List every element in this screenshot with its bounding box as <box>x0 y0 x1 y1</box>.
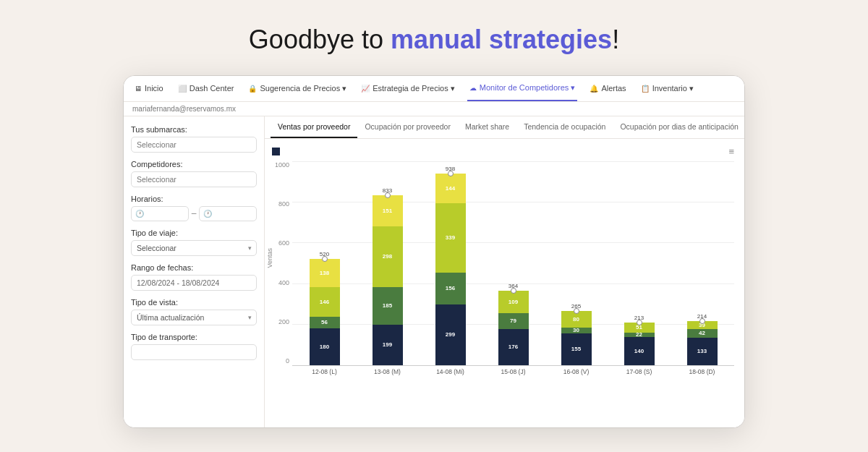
bar-dot-2 <box>448 171 454 176</box>
time-dash: – <box>192 208 197 218</box>
tipo-vista-select[interactable]: Última actualización <box>131 310 257 325</box>
bar-seg-4-0: 155 <box>561 333 592 365</box>
bar-dot-5 <box>637 320 642 325</box>
title-after: ! <box>612 25 619 54</box>
submarcas-input[interactable] <box>131 137 257 153</box>
nav-sugerencia-label: Sugerencia de Precios ▾ <box>260 84 346 93</box>
rango-fechas-label: Rango de fechas: <box>131 263 257 272</box>
chart-body: 5201805614613883319918529815193829915633… <box>292 161 734 378</box>
tab-ventas-proveedor[interactable]: Ventas por proveedor <box>271 116 357 138</box>
cloud-icon: ☁ <box>469 84 477 92</box>
tipo-viaje-label: Tipo de viaje: <box>131 229 257 237</box>
bar-group-3: 36417679109 <box>484 161 542 365</box>
nav-estrategia-label: Estrategia de Precios ▾ <box>373 84 455 93</box>
bars-container: 5201805614613883319918529815193829915633… <box>292 161 734 365</box>
hamburger-icon[interactable]: ≡ <box>728 146 734 157</box>
x-label-0: 12-08 (L) <box>295 368 354 375</box>
tab-ocupacion-proveedor[interactable]: Ocupación por proveedor <box>357 116 458 138</box>
bar-group-2: 938299156339144 <box>421 161 480 365</box>
bar-group-4: 2651553080 <box>547 161 605 365</box>
tab-ocupacion-dias[interactable]: Ocupación por dias de anticipación <box>613 116 744 138</box>
app-window: 🖥 Inicio ⬜ Dash Center 🔒 Sugerencia de P… <box>123 75 745 428</box>
bar-seg-1-3: 151 <box>373 195 403 226</box>
bar-stack-4: 1553080 <box>561 311 592 365</box>
nav-inventario-label: Inventario ▾ <box>652 84 694 93</box>
bar-group-1: 833199185298151 <box>358 161 417 365</box>
bar-dot-6 <box>699 318 705 324</box>
monitor-icon: 🖥 <box>135 85 142 93</box>
nav-inicio[interactable]: 🖥 Inicio <box>132 84 166 93</box>
hero-title: Goodbye to manual strategies! <box>249 25 619 55</box>
clipboard-icon: 📋 <box>641 85 650 93</box>
nav-inicio-label: Inicio <box>145 84 163 93</box>
title-before: Goodbye to <box>249 25 391 54</box>
nav-dash-center-label: Dash Center <box>190 84 234 93</box>
chart-top-row: ≡ <box>272 146 734 157</box>
bar-stack-3: 17679109 <box>498 291 529 365</box>
horarios-label: Horarios: <box>131 195 257 203</box>
clock-icon: 🕐 <box>135 210 144 218</box>
nav-inventario[interactable]: 📋 Inventario ▾ <box>639 84 696 93</box>
tipo-viaje-field: Tipo de viaje: Seleccionar <box>131 229 257 256</box>
bar-stack-0: 18056146138 <box>310 259 340 365</box>
lock-icon: 🔒 <box>248 85 257 93</box>
legend-square <box>272 148 280 155</box>
nav-bar: 🖥 Inicio ⬜ Dash Center 🔒 Sugerencia de P… <box>124 76 744 102</box>
y-200: 200 <box>278 318 289 325</box>
nav-sugerencia[interactable]: 🔒 Sugerencia de Precios ▾ <box>246 84 349 93</box>
bar-group-0: 52018056146138 <box>295 161 354 365</box>
bar-seg-6-0: 133 <box>687 338 718 365</box>
tipo-viaje-wrapper: Seleccionar <box>131 240 257 256</box>
tab-tendencia[interactable]: Tendencia de ocupación <box>516 116 613 138</box>
nav-alertas[interactable]: 🔔 Alertas <box>587 84 628 93</box>
tipo-transporte-label: Tipo de transporte: <box>131 333 257 341</box>
tipo-viaje-select[interactable]: Seleccionar <box>131 240 257 256</box>
bar-seg-2-1: 156 <box>435 273 466 304</box>
y-800: 800 <box>278 200 289 208</box>
y-axis-label: Ventas <box>266 248 273 268</box>
time-row: 🕐 – 🕐 <box>131 206 257 221</box>
bar-seg-0-3: 138 <box>310 259 340 287</box>
competidores-field: Competidores: <box>131 160 257 187</box>
submarcas-label: Tus submarcas: <box>131 125 257 134</box>
time-end[interactable]: 🕐 <box>199 206 257 221</box>
bar-seg-4-1: 30 <box>561 328 592 333</box>
bar-group-6: 2141334239 <box>673 161 731 365</box>
bar-seg-2-2: 339 <box>435 203 466 273</box>
clock-icon-end: 🕐 <box>203 210 212 218</box>
x-label-6: 18-08 (D) <box>673 368 731 375</box>
tabs-row: Ventas por proveedor Ocupación por prove… <box>265 116 744 139</box>
bar-group-5: 2131402251 <box>610 161 668 365</box>
rango-fechas-input[interactable] <box>131 275 257 291</box>
bar-dot-4 <box>574 308 579 314</box>
user-email: mariafernanda@reservamos.mx <box>132 105 236 113</box>
bar-seg-1-1: 185 <box>373 287 403 325</box>
submarcas-field: Tus submarcas: <box>131 125 257 153</box>
rango-fechas-field: Rango de fechas: <box>131 263 257 291</box>
x-axis: 12-08 (L)13-08 (M)14-08 (Mi)15-08 (J)16-… <box>292 365 734 378</box>
tab-market-share[interactable]: Market share <box>458 116 516 138</box>
bar-stack-1: 199185298151 <box>373 195 403 365</box>
bar-stack-6: 1334239 <box>687 321 718 365</box>
bar-stack-5: 1402251 <box>624 323 655 365</box>
bar-seg-0-2: 146 <box>310 287 340 317</box>
nav-dash-center[interactable]: ⬜ Dash Center <box>176 84 237 93</box>
nav-alertas-label: Alertas <box>601 84 626 93</box>
bar-seg-2-0: 299 <box>435 304 466 365</box>
horarios-field: Horarios: 🕐 – 🕐 <box>131 195 257 221</box>
chart-area: ≡ 1000 800 600 400 200 0 Ventas <box>265 139 744 427</box>
x-label-4: 16-08 (V) <box>547 368 605 375</box>
y-1000: 1000 <box>275 161 289 169</box>
bell-icon: 🔔 <box>590 85 598 93</box>
sub-bar: mariafernanda@reservamos.mx <box>124 102 744 116</box>
tipo-transporte-input[interactable] <box>131 344 257 360</box>
tipo-vista-field: Tipo de vista: Última actualización <box>131 298 257 325</box>
nav-estrategia[interactable]: 📈 Estrategia de Precios ▾ <box>359 84 457 93</box>
competidores-input[interactable] <box>131 171 257 187</box>
bar-dot-3 <box>511 288 516 294</box>
nav-monitor-label: Monitor de Competidores ▾ <box>480 83 576 93</box>
nav-monitor[interactable]: ☁ Monitor de Competidores ▾ <box>467 76 578 101</box>
time-start[interactable]: 🕐 <box>131 206 189 221</box>
bar-seg-2-3: 144 <box>435 174 466 203</box>
bar-seg-3-2: 109 <box>498 291 529 313</box>
